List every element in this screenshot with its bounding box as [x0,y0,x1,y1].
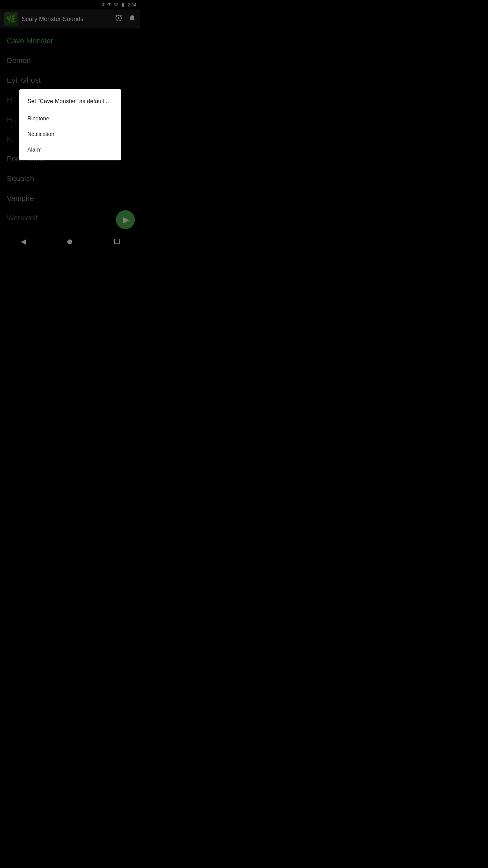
dialog-option-alarm[interactable]: Alarm [19,142,121,158]
dialog-option-notification[interactable]: Notification [19,126,121,142]
dialog-option-ringtone[interactable]: Ringtone [19,111,121,126]
dialog: Set "Cave Monster" as default... Rington… [19,89,121,160]
dialog-title: Set "Cave Monster" as default... [19,97,121,111]
dialog-overlay: Set "Cave Monster" as default... Rington… [0,0,140,250]
